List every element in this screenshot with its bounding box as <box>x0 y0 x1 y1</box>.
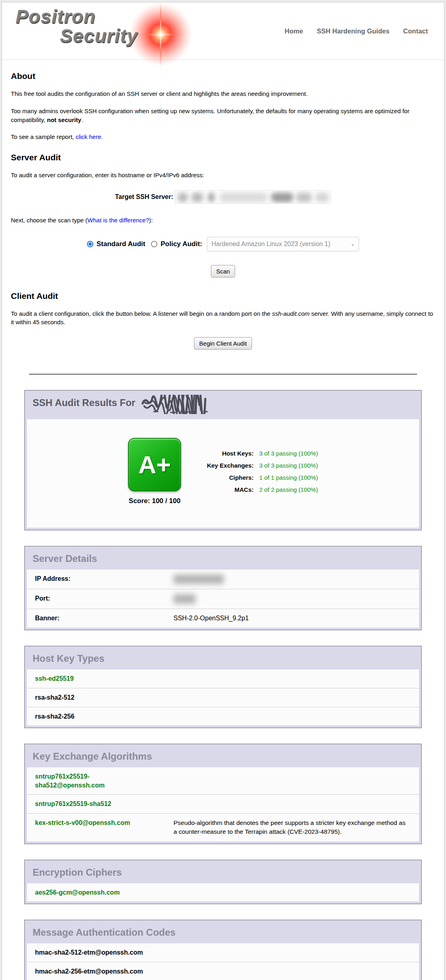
row-label: IP Address: <box>35 574 156 583</box>
scan-type-text: Next, choose the scan type (What is the … <box>11 216 435 225</box>
main-card: Positron Security HomeSSH Hardening Guid… <box>2 2 444 980</box>
algorithm-name: ssh-ed25519 <box>35 674 156 683</box>
row-value <box>173 574 419 584</box>
key-exchange-panel: Key Exchange Algorithms sntrup761x25519-… <box>24 744 422 844</box>
list-item: kex-strict-s-v00@openssh.comPseudo-algor… <box>27 813 419 841</box>
table-row: Banner:SSH-2.0-OpenSSH_9.2p1 <box>27 609 419 628</box>
brand-logo: Positron Security <box>12 7 186 55</box>
row-label: Banner: <box>35 614 156 623</box>
list-item: sntrup761x25519-sha512@openssh.com <box>27 767 419 794</box>
stat-value: 2 of 2 passing (100%) <box>259 486 318 493</box>
server-audit-heading: Server Audit <box>11 153 435 162</box>
target-row: Target SSH Server: <box>11 190 435 204</box>
nav: HomeSSH Hardening GuidesContact <box>285 27 434 35</box>
begin-client-audit-button[interactable]: Begin Client Audit <box>194 337 252 350</box>
client-audit-heading: Client Audit <box>11 291 435 301</box>
host-key-types-rows: ssh-ed25519rsa-sha2-512rsa-sha2-256 <box>27 669 419 725</box>
redaction-blur <box>191 193 203 202</box>
stat-label: Key Exchanges: <box>207 462 254 469</box>
macs-panel: Message Authentication Codes hmac-sha2-5… <box>24 920 422 980</box>
ciphers-rows: aes256-gcm@openssh.com <box>27 883 419 902</box>
host-key-types-panel: Host Key Types ssh-ed25519rsa-sha2-512rs… <box>24 646 422 728</box>
host-key-types-heading: Host Key Types <box>27 648 419 669</box>
stat-label: MACs: <box>207 486 254 493</box>
key-exchange-rows: sntrup761x25519-sha512@openssh.comsntrup… <box>27 767 419 841</box>
standard-audit-radio[interactable] <box>87 241 93 247</box>
policy-select[interactable]: Hardened Amazon Linux 2023 (version 1) ⌄ <box>207 237 359 251</box>
redaction-blur <box>178 193 188 202</box>
algorithm-name: sntrup761x25519-sha512@openssh.com <box>35 772 156 789</box>
chevron-down-icon: ⌄ <box>351 241 355 247</box>
scan-type-row: Standard Audit Policy Audit: Hardened Am… <box>11 237 435 251</box>
header-divider <box>2 60 444 60</box>
algorithm-name: hmac-sha2-256-etm@openssh.com <box>35 967 156 976</box>
row-value: SSH-2.0-OpenSSH_9.2p1 <box>173 614 419 623</box>
algorithm-name: aes256-gcm@openssh.com <box>35 888 156 897</box>
list-item: rsa-sha2-512 <box>27 688 419 707</box>
stat-value: 3 of 3 passing (100%) <box>259 462 318 469</box>
list-item: sntrup761x25519-sha512 <box>27 794 419 813</box>
list-item: hmac-sha2-256-etm@openssh.com <box>27 962 419 980</box>
row-label: Port: <box>35 594 156 603</box>
nav-link-contact[interactable]: Contact <box>403 27 428 35</box>
macs-heading: Message Authentication Codes <box>27 922 419 943</box>
redaction-blur <box>296 193 312 202</box>
stat-label: Ciphers: <box>207 474 254 481</box>
redaction-blur <box>173 594 196 604</box>
row-value <box>173 594 419 604</box>
ssh-audit-com-italic: ssh-audit.com <box>272 310 310 317</box>
algorithm-name: hmac-sha2-512-etm@openssh.com <box>35 948 156 957</box>
table-row: Port: <box>27 589 419 609</box>
target-ssh-server-label: Target SSH Server: <box>115 193 173 201</box>
score-label: Score: 100 / 100 <box>128 497 181 505</box>
redaction-blur <box>219 193 268 202</box>
server-details-rows: IP Address:Port:Banner:SSH-2.0-OpenSSH_9… <box>27 570 419 628</box>
list-item: hmac-sha2-512-etm@openssh.com <box>27 943 419 962</box>
server-details-panel: Server Details IP Address:Port:Banner:SS… <box>24 546 422 630</box>
nav-link-home[interactable]: Home <box>285 27 303 35</box>
algorithm-name: sntrup761x25519-sha512 <box>35 800 156 808</box>
list-item: rsa-sha2-256 <box>27 707 419 726</box>
ciphers-heading: Encryption Ciphers <box>27 862 419 883</box>
redacted-hostname-scribble <box>140 395 219 414</box>
results-divider <box>29 374 417 375</box>
target-ssh-server-input[interactable] <box>175 190 331 204</box>
ssh-audit-results-panel: SSH Audit Results For A+ Score: 100 / 10… <box>24 390 422 530</box>
list-item: ssh-ed25519 <box>27 669 419 688</box>
policy-audit-label: Policy Audit: <box>161 240 202 248</box>
nav-link-ssh-hardening-guides[interactable]: SSH Hardening Guides <box>317 27 390 35</box>
algorithm-name: kex-strict-s-v00@openssh.com <box>35 818 156 827</box>
results-heading: SSH Audit Results For <box>33 397 135 408</box>
list-item: aes256-gcm@openssh.com <box>27 883 419 902</box>
redaction-blur <box>315 193 329 202</box>
key-exchange-heading: Key Exchange Algorithms <box>27 746 419 767</box>
site-header: Positron Security HomeSSH Hardening Guid… <box>2 2 444 60</box>
macs-rows: hmac-sha2-512-etm@openssh.comhmac-sha2-2… <box>27 943 419 980</box>
server-details-heading: Server Details <box>27 549 419 570</box>
algorithm-name: rsa-sha2-256 <box>35 712 156 721</box>
about-paragraph-2: Too many admins overlook SSH configurati… <box>11 107 435 124</box>
policy-audit-radio[interactable] <box>151 241 157 247</box>
brand-line-2: Security <box>60 26 186 46</box>
scan-button[interactable]: Scan <box>211 265 235 278</box>
redaction-blur <box>173 574 224 584</box>
algorithm-note: Pseudo-algorithm that denotes the peer s… <box>173 818 419 837</box>
about-paragraph-3: To see a sample report, click here. <box>11 133 435 141</box>
stat-value: 1 of 1 passing (100%) <box>259 474 318 481</box>
about-heading: About <box>11 71 435 81</box>
stat-value: 3 of 3 passing (100%) <box>259 450 318 457</box>
grade-block: A+ Score: 100 / 100 <box>128 438 181 505</box>
results-stats: Host Keys:3 of 3 passing (100%)Key Excha… <box>207 450 318 493</box>
sample-report-link[interactable]: click here <box>76 133 101 140</box>
standard-audit-label: Standard Audit <box>97 240 145 248</box>
ciphers-panel: Encryption Ciphers aes256-gcm@openssh.co… <box>24 860 422 905</box>
algorithm-name: rsa-sha2-512 <box>35 693 156 702</box>
about-paragraph-1: This free tool audits the configuration … <box>11 89 435 98</box>
redaction-blur <box>208 193 215 202</box>
stat-label: Host Keys: <box>207 450 254 457</box>
not-security-bold: not security <box>47 116 81 123</box>
client-audit-paragraph: To audit a client configuration, click t… <box>11 309 435 327</box>
what-is-the-difference-link[interactable]: What is the difference? <box>87 217 149 224</box>
grade-badge: A+ <box>128 438 181 491</box>
server-audit-intro: To audit a server configuration, enter i… <box>11 171 435 180</box>
